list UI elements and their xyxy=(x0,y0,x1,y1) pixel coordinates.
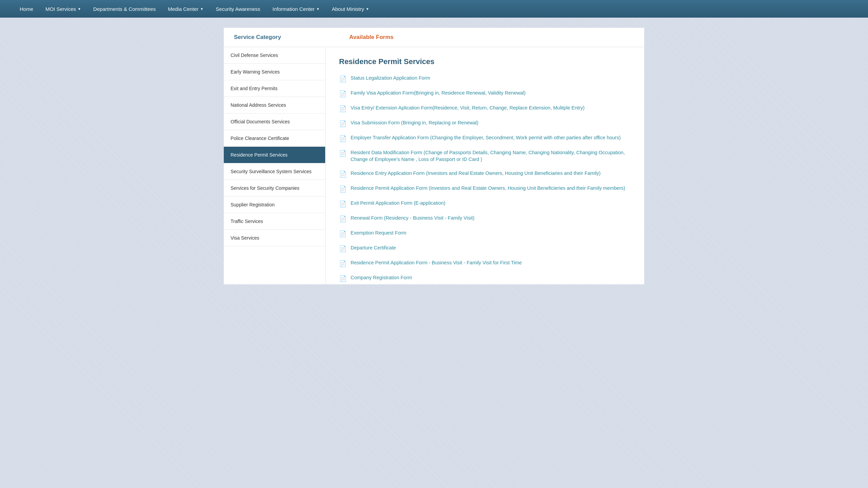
form-item: 📄Departure Certificate xyxy=(339,244,631,252)
form-item: 📄Status Legalization Application Form xyxy=(339,75,631,83)
sidebar-item-security-surveillance[interactable]: Security Surveillance System Services xyxy=(224,163,325,180)
nav-item-security-awareness[interactable]: Security Awareness xyxy=(210,0,266,18)
forms-panel: Residence Permit Services 📄Status Legali… xyxy=(326,47,644,284)
form-item: 📄Family Visa Application Form(Bringing i… xyxy=(339,89,631,98)
form-link[interactable]: Resident Data Modification Form (Change … xyxy=(351,149,631,163)
nav-item-home[interactable]: Home xyxy=(14,0,39,18)
sidebar-item-supplier-registration[interactable]: Supplier Registration xyxy=(224,197,325,213)
document-icon: 📄 xyxy=(339,260,347,267)
sidebar-item-traffic-services[interactable]: Traffic Services xyxy=(224,213,325,230)
dropdown-arrow-icon: ▼ xyxy=(200,7,203,11)
dropdown-arrow-icon: ▼ xyxy=(78,7,81,11)
nav-item-about-ministry[interactable]: About Ministry▼ xyxy=(326,0,375,18)
document-icon: 📄 xyxy=(339,275,347,282)
form-link[interactable]: Visa Entry/ Extension Aplication Form(Re… xyxy=(351,104,585,111)
document-icon: 📄 xyxy=(339,200,347,208)
form-link[interactable]: Status Legalization Application Form xyxy=(351,75,430,81)
form-item: 📄Company Registration Form xyxy=(339,274,631,282)
nav-label: About Ministry xyxy=(332,6,364,12)
document-icon: 📄 xyxy=(339,245,347,252)
form-link[interactable]: Exemption Request Form xyxy=(351,229,406,236)
form-item: 📄Exemption Request Form xyxy=(339,229,631,238)
dropdown-arrow-icon: ▼ xyxy=(316,7,320,11)
form-item: 📄Renewal Form (Residency - Business Visi… xyxy=(339,215,631,223)
content-area: Civil Defense ServicesEarly Warning Serv… xyxy=(224,47,644,284)
nav-item-departments-&-committees[interactable]: Departments & Committees xyxy=(87,0,162,18)
document-icon: 📄 xyxy=(339,215,347,223)
nav-label: Information Center xyxy=(273,6,315,12)
form-link[interactable]: Residence Permit Application Form - Busi… xyxy=(351,259,522,266)
sidebar-item-official-documents[interactable]: Official Documents Services xyxy=(224,114,325,130)
document-icon: 📄 xyxy=(339,75,347,83)
document-icon: 📄 xyxy=(339,170,347,178)
document-icon: 📄 xyxy=(339,150,347,157)
nav-item-media-center[interactable]: Media Center▼ xyxy=(162,0,210,18)
form-item: 📄Residence Permit Application Form (Inve… xyxy=(339,185,631,193)
form-item: 📄Employer Transfer Application Form (Cha… xyxy=(339,134,631,142)
sidebar-item-residence-permit[interactable]: Residence Permit Services xyxy=(224,147,325,163)
nav-label: Media Center xyxy=(168,6,198,12)
form-item: 📄Residence Permit Application Form - Bus… xyxy=(339,259,631,267)
header-row: Service Category Available Forms xyxy=(224,28,644,47)
forms-header: Available Forms xyxy=(336,34,634,41)
forms-list: 📄Status Legalization Application Form📄Fa… xyxy=(339,75,631,282)
sidebar-item-police-clearance[interactable]: Police Clearance Certificate xyxy=(224,130,325,147)
form-link[interactable]: Family Visa Application Form(Bringing in… xyxy=(351,89,526,96)
sidebar: Civil Defense ServicesEarly Warning Serv… xyxy=(224,47,326,284)
sidebar-item-national-address[interactable]: National Address Services xyxy=(224,97,325,114)
document-icon: 📄 xyxy=(339,230,347,238)
sidebar-item-exit-entry[interactable]: Exit and Entry Permits xyxy=(224,80,325,97)
form-link[interactable]: Residence Permit Application Form (Inves… xyxy=(351,185,625,191)
nav-item-information-center[interactable]: Information Center▼ xyxy=(267,0,326,18)
form-link[interactable]: Renewal Form (Residency - Business Visit… xyxy=(351,215,474,221)
nav-label: MOI Services xyxy=(45,6,76,12)
form-item: 📄Visa Entry/ Extension Aplication Form(R… xyxy=(339,104,631,113)
sidebar-item-security-companies[interactable]: Services for Security Companies xyxy=(224,180,325,197)
form-link[interactable]: Visa Submission Form (Bringing in, Repla… xyxy=(351,119,478,126)
sidebar-item-early-warning[interactable]: Early Warning Services xyxy=(224,64,325,80)
sidebar-item-civil-defense[interactable]: Civil Defense Services xyxy=(224,47,325,64)
form-link[interactable]: Employer Transfer Application Form (Chan… xyxy=(351,134,621,141)
form-item: 📄Exit Permit Application Form (E-applica… xyxy=(339,200,631,208)
form-link[interactable]: Company Registration Form xyxy=(351,274,412,281)
document-icon: 📄 xyxy=(339,185,347,193)
document-icon: 📄 xyxy=(339,120,347,127)
page-wrapper: Service Category Available Forms Civil D… xyxy=(217,28,651,284)
form-item: 📄Residence Entry Application Form (Inves… xyxy=(339,170,631,178)
main-navigation: HomeMOI Services▼Departments & Committee… xyxy=(0,0,868,18)
forms-panel-title: Residence Permit Services xyxy=(339,57,631,66)
sidebar-item-visa-services[interactable]: Visa Services xyxy=(224,230,325,246)
form-link[interactable]: Exit Permit Application Form (E-applicat… xyxy=(351,200,446,206)
form-item: 📄Visa Submission Form (Bringing in, Repl… xyxy=(339,119,631,127)
document-icon: 📄 xyxy=(339,105,347,113)
form-item: 📄Resident Data Modification Form (Change… xyxy=(339,149,631,163)
document-icon: 📄 xyxy=(339,135,347,142)
category-header: Service Category xyxy=(234,34,336,41)
form-link[interactable]: Residence Entry Application Form (Invest… xyxy=(351,170,600,177)
form-link[interactable]: Departure Certificate xyxy=(351,244,396,251)
nav-item-moi-services[interactable]: MOI Services▼ xyxy=(39,0,87,18)
dropdown-arrow-icon: ▼ xyxy=(366,7,369,11)
document-icon: 📄 xyxy=(339,90,347,98)
